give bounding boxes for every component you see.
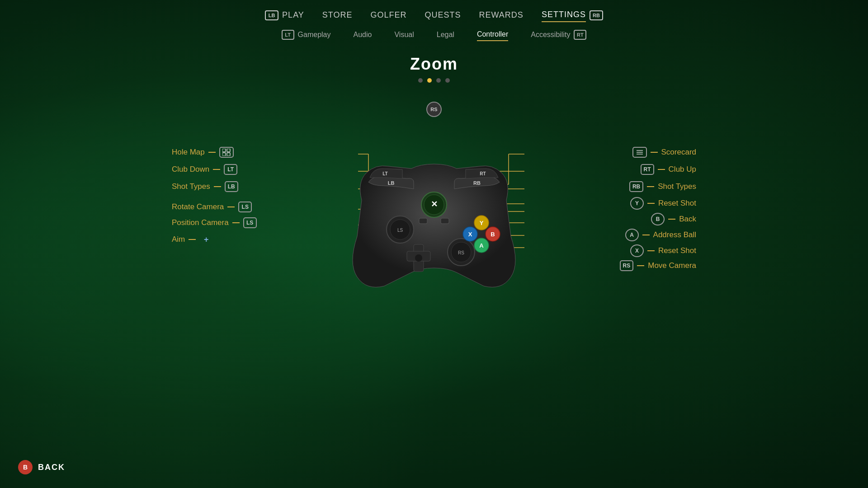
svg-rect-46 — [222, 149, 226, 152]
address-ball-text: Address Ball — [653, 230, 696, 239]
back-b-badge: B — [651, 213, 665, 225]
shot-types-left-text: Shot Types — [172, 182, 210, 191]
nav-store[interactable]: STORE — [322, 9, 353, 22]
rotate-camera-text: Rotate Camera — [172, 202, 224, 211]
club-down-badge: LT — [224, 164, 237, 175]
move-camera-badge: RS — [620, 260, 634, 271]
nav-play[interactable]: PLAY — [282, 9, 304, 22]
club-down-text: Club Down — [172, 165, 209, 174]
svg-rect-47 — [227, 149, 230, 152]
svg-rect-37 — [441, 218, 449, 224]
svg-text:✕: ✕ — [431, 200, 438, 209]
dot-1 — [418, 78, 423, 83]
nav-rewards[interactable]: REWARDS — [479, 9, 524, 22]
label-back-b: Back B — [651, 213, 696, 225]
label-shot-types-left: Shot Types LB — [172, 181, 238, 192]
subnav-audio[interactable]: Audio — [354, 29, 372, 41]
label-shot-types-right: Shot Types RB — [629, 181, 696, 192]
back-button-label: BACK — [38, 463, 65, 472]
top-nav: LB PLAY STORE GOLFER QUESTS REWARDS SETT… — [0, 0, 868, 22]
svg-text:A: A — [479, 242, 484, 249]
svg-rect-36 — [419, 218, 427, 224]
reset-shot-y-text: Reset Shot — [658, 199, 696, 208]
label-scorecard: Scorecard — [632, 147, 696, 158]
label-club-up: Club Up RT — [641, 164, 696, 175]
shot-types-right-text: Shot Types — [658, 182, 696, 191]
svg-text:LB: LB — [388, 180, 395, 186]
nav-golfer[interactable]: GOLFER — [371, 9, 407, 22]
left-trigger-badge: LT — [282, 30, 294, 40]
aim-text: Aim — [172, 235, 185, 244]
back-button-circle: B — [18, 460, 33, 474]
main-area: Zoom — [0, 41, 868, 475]
label-hole-map: Hole Map — [172, 147, 234, 158]
position-camera-text: Position Camera — [172, 218, 229, 227]
rs-icon: RS — [426, 102, 442, 117]
svg-text:LT: LT — [382, 171, 387, 176]
dot-2 — [427, 78, 432, 83]
label-position-camera: Position Camera LS — [172, 217, 257, 228]
svg-rect-49 — [227, 153, 230, 156]
svg-rect-48 — [222, 153, 226, 156]
sub-nav: LT Gameplay Audio Visual Legal Controlle… — [0, 22, 868, 41]
section-title: Zoom — [410, 55, 458, 74]
hole-map-badge — [219, 147, 234, 158]
svg-text:LS: LS — [397, 228, 403, 233]
page-dots — [418, 78, 450, 83]
label-aim: Aim + — [172, 234, 213, 245]
svg-text:X: X — [468, 231, 472, 238]
bottom-back[interactable]: B BACK — [18, 460, 65, 474]
club-up-badge: RT — [641, 164, 654, 175]
dot-3 — [436, 78, 441, 83]
nav-settings[interactable]: SETTINGS — [542, 8, 586, 22]
left-bumper-badge: LB — [265, 10, 278, 20]
svg-text:B: B — [491, 231, 495, 238]
right-bumper-badge: RB — [590, 10, 603, 20]
rotate-camera-badge: LS — [238, 202, 252, 212]
reset-shot-x-text: Reset Shot — [658, 246, 696, 255]
reset-shot-y-badge: Y — [630, 197, 644, 210]
shot-types-left-badge: LB — [225, 181, 238, 192]
subnav-legal[interactable]: Legal — [437, 29, 454, 41]
back-button-letter: B — [23, 464, 28, 471]
position-camera-badge: LS — [243, 217, 257, 228]
svg-text:RT: RT — [480, 171, 486, 176]
move-camera-text: Move Camera — [648, 261, 696, 270]
subnav-accessibility[interactable]: Accessibility — [531, 29, 570, 41]
scorecard-text: Scorecard — [661, 148, 696, 157]
svg-text:Y: Y — [480, 220, 484, 226]
controller-area: LB RB LT RT ✕ LS — [163, 87, 705, 358]
subnav-visual[interactable]: Visual — [394, 29, 414, 41]
svg-text:RS: RS — [458, 250, 464, 255]
label-move-camera: Move Camera RS — [620, 260, 696, 271]
right-trigger-badge: RT — [574, 30, 586, 40]
address-ball-badge: A — [625, 229, 639, 241]
label-reset-shot-x: Reset Shot X — [630, 244, 696, 257]
svg-text:RB: RB — [473, 180, 481, 186]
back-b-text: Back — [679, 215, 696, 224]
club-up-text: Club Up — [669, 165, 696, 174]
label-rotate-camera: Rotate Camera LS — [172, 202, 252, 212]
label-reset-shot-y: Reset Shot Y — [630, 197, 696, 210]
label-address-ball: Address Ball A — [625, 229, 696, 241]
rs-badge-top: RS — [426, 102, 442, 117]
reset-shot-x-badge: X — [630, 244, 644, 257]
svg-point-35 — [415, 254, 422, 262]
scorecard-badge — [632, 147, 647, 158]
subnav-controller[interactable]: Controller — [477, 28, 508, 41]
hole-map-text: Hole Map — [172, 148, 205, 157]
aim-badge: + — [199, 234, 213, 245]
label-club-down: Club Down LT — [172, 164, 237, 175]
controller-image: LB RB LT RT ✕ LS — [330, 146, 538, 300]
subnav-gameplay[interactable]: Gameplay — [298, 29, 331, 41]
dot-4 — [445, 78, 450, 83]
shot-types-right-badge: RB — [629, 181, 643, 192]
nav-quests[interactable]: QUESTS — [425, 9, 461, 22]
